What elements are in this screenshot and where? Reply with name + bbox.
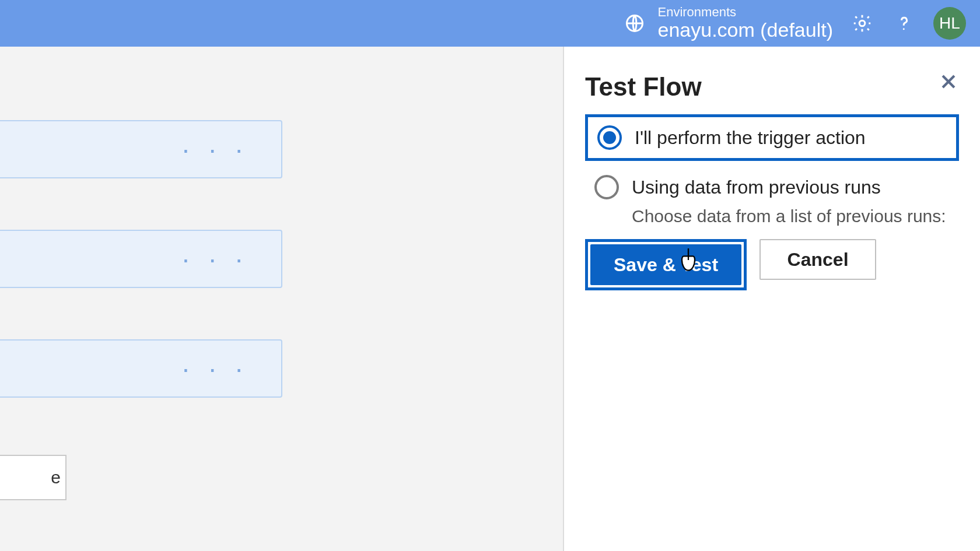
radio-option-previous-runs[interactable]: Using data from previous runs: [585, 167, 959, 208]
avatar-initials: HL: [939, 14, 960, 33]
environment-selector[interactable]: Environments enayu.com (default): [622, 5, 834, 41]
add-step-card[interactable]: e: [0, 455, 66, 500]
small-card-text: e: [51, 468, 61, 487]
flow-step-card[interactable]: · · ·: [0, 120, 282, 178]
environments-label: Environments: [658, 5, 834, 19]
avatar[interactable]: HL: [933, 7, 966, 40]
save-test-button[interactable]: Save & Test: [590, 244, 741, 285]
radio-label: Using data from previous runs: [632, 177, 881, 198]
app-header: Environments enayu.com (default) HL: [0, 0, 980, 47]
help-icon[interactable]: [891, 10, 917, 36]
environment-name: enayu.com (default): [658, 19, 834, 41]
save-test-highlight: Save & Test: [585, 239, 747, 290]
radio-option-perform-trigger[interactable]: I'll perform the trigger action: [585, 114, 959, 161]
radio-unselected-icon: [594, 175, 619, 199]
svg-point-1: [859, 20, 865, 26]
test-flow-panel: Test Flow I'll perform the trigger actio…: [563, 47, 980, 551]
previous-runs-description: Choose data from a list of previous runs…: [632, 206, 959, 226]
svg-point-2: [903, 28, 905, 30]
radio-label: I'll perform the trigger action: [635, 127, 866, 149]
gear-icon[interactable]: [849, 10, 875, 36]
close-icon[interactable]: [937, 70, 960, 93]
flow-step-card[interactable]: · · ·: [0, 339, 282, 398]
flow-step-card[interactable]: · · ·: [0, 230, 282, 288]
panel-title: Test Flow: [585, 72, 959, 101]
radio-selected-icon: [597, 125, 622, 150]
cancel-button[interactable]: Cancel: [760, 239, 876, 280]
panel-button-row: Save & Test Cancel: [585, 239, 959, 290]
globe-icon: [622, 10, 648, 36]
